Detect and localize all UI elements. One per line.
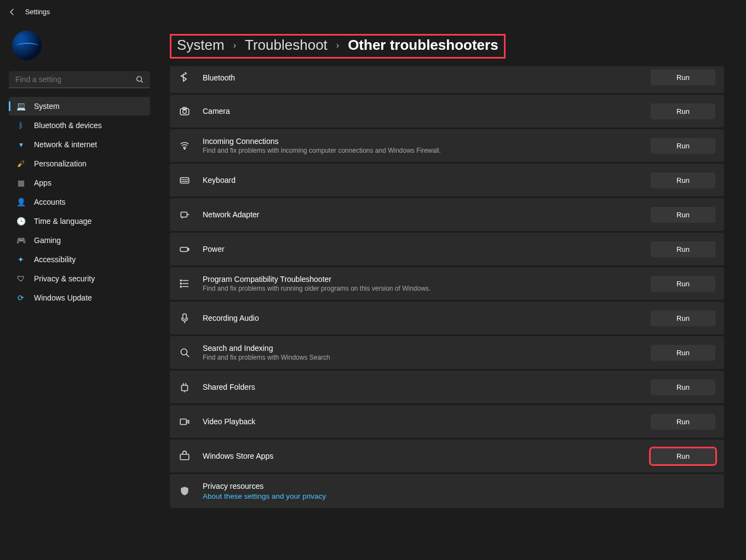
folder-icon — [179, 381, 191, 393]
signal-icon — [179, 140, 191, 152]
search-box[interactable] — [9, 71, 150, 88]
troubleshooter-search-and-indexing: Search and Indexing Find and fix problem… — [170, 336, 724, 369]
chevron-right-icon: › — [336, 41, 339, 50]
nav-icon: ⟳ — [16, 293, 25, 302]
troubleshooter-incoming-connections: Incoming Connections Find and fix proble… — [170, 129, 724, 162]
run-button[interactable]: Run — [651, 103, 715, 119]
sidebar-item-gaming[interactable]: 🎮Gaming — [9, 231, 150, 250]
breadcrumb-current: Other troubleshooters — [348, 37, 498, 54]
troubleshooter-bluetooth: Bluetooth Run — [170, 66, 724, 93]
troubleshooter-camera: Camera Run — [170, 95, 724, 128]
run-button[interactable]: Run — [651, 276, 715, 292]
nav-icon: 🎮 — [16, 236, 25, 245]
item-text: Keyboard — [203, 176, 639, 184]
run-button[interactable]: Run — [651, 172, 715, 188]
item-text: Network Adapter — [203, 210, 639, 219]
search-input[interactable] — [15, 75, 136, 84]
troubleshooter-list: Bluetooth Run Camera Run Incoming Connec… — [170, 66, 724, 508]
run-button[interactable]: Run — [651, 138, 715, 154]
item-title: Incoming Connections — [203, 137, 639, 146]
sidebar-item-bluetooth-devices[interactable]: ᛒBluetooth & devices — [9, 116, 150, 135]
app-title: Settings — [25, 8, 50, 16]
troubleshooter-recording-audio: Recording Audio Run — [170, 302, 724, 334]
troubleshooter-video-playback: Video Playback Run — [170, 405, 724, 438]
item-text: Search and Indexing Find and fix problem… — [203, 344, 639, 361]
nav-icon: 👤 — [16, 198, 25, 206]
nav-label: Network & internet — [34, 140, 97, 149]
camera-icon — [179, 105, 191, 117]
search-icon — [136, 76, 144, 83]
troubleshooter-power: Power Run — [170, 233, 724, 265]
nav-label: Accounts — [34, 198, 66, 206]
item-title: Search and Indexing — [203, 344, 639, 353]
item-title: Network Adapter — [203, 210, 639, 219]
svg-rect-14 — [181, 385, 187, 391]
nav-label: Apps — [34, 178, 51, 187]
sidebar: 💻SystemᛒBluetooth & devices▾Network & in… — [0, 24, 159, 560]
sidebar-item-apps[interactable]: ▦Apps — [9, 174, 150, 192]
svg-rect-6 — [181, 212, 187, 217]
svg-rect-12 — [183, 314, 187, 319]
nav-label: Privacy & security — [34, 274, 95, 283]
item-title: Program Compatibility Troubleshooter — [203, 275, 639, 284]
item-desc: Find and fix problems with incoming comp… — [203, 147, 639, 154]
item-desc: Find and fix problems with Windows Searc… — [203, 354, 639, 361]
sidebar-item-privacy-security[interactable]: 🛡Privacy & security — [9, 269, 150, 288]
run-button[interactable]: Run — [651, 448, 715, 464]
run-button[interactable]: Run — [651, 241, 715, 257]
svg-point-2 — [183, 110, 187, 114]
item-title: Camera — [203, 107, 639, 116]
nav-icon: ▾ — [16, 140, 25, 149]
breadcrumb-system[interactable]: System — [177, 37, 225, 54]
keyboard-icon — [179, 174, 191, 186]
sidebar-item-time-language[interactable]: 🕒Time & language — [9, 212, 150, 230]
item-text: Incoming Connections Find and fix proble… — [203, 137, 639, 154]
item-title: Privacy resources — [203, 482, 715, 490]
sidebar-item-system[interactable]: 💻System — [9, 97, 150, 116]
item-text: Privacy resources About these settings a… — [203, 482, 715, 500]
svg-point-10 — [180, 283, 181, 284]
back-button[interactable] — [7, 7, 18, 18]
nav-icon: 🛡 — [16, 274, 25, 283]
item-text: Camera — [203, 107, 639, 116]
sidebar-item-accounts[interactable]: 👤Accounts — [9, 193, 150, 211]
run-button[interactable]: Run — [651, 310, 715, 326]
troubleshooter-windows-store-apps: Windows Store Apps Run — [170, 440, 724, 472]
item-text: Power — [203, 245, 639, 253]
nav-icon: ▦ — [16, 178, 25, 187]
title-bar: Settings — [0, 0, 746, 24]
svg-point-4 — [184, 148, 185, 149]
run-button[interactable]: Run — [651, 345, 715, 361]
nav-label: Windows Update — [34, 293, 92, 302]
avatar[interactable] — [12, 31, 42, 60]
run-button[interactable]: Run — [651, 414, 715, 430]
svg-rect-15 — [180, 419, 186, 425]
run-button[interactable]: Run — [651, 70, 715, 85]
breadcrumb-troubleshoot[interactable]: Troubleshoot — [245, 37, 328, 54]
item-text: Windows Store Apps — [203, 452, 639, 460]
sidebar-item-windows-update[interactable]: ⟳Windows Update — [9, 288, 150, 307]
nav-icon: ᛒ — [16, 121, 25, 130]
bluetooth-icon — [179, 72, 191, 84]
svg-point-13 — [181, 349, 187, 355]
item-text: Bluetooth — [203, 73, 639, 82]
svg-point-11 — [180, 286, 181, 287]
sidebar-item-accessibility[interactable]: ✦Accessibility — [9, 250, 150, 269]
troubleshooter-program-compatibility-troubleshooter: Program Compatibility Troubleshooter Fin… — [170, 267, 724, 300]
item-text: Recording Audio — [203, 314, 639, 322]
shield-icon — [179, 485, 191, 497]
troubleshooter-shared-folders: Shared Folders Run — [170, 371, 724, 403]
item-title: Windows Store Apps — [203, 452, 639, 460]
svg-point-9 — [180, 280, 181, 281]
run-button[interactable]: Run — [651, 379, 715, 395]
privacy-link[interactable]: About these settings and your privacy — [203, 492, 715, 500]
sidebar-item-network-internet[interactable]: ▾Network & internet — [9, 135, 150, 154]
sidebar-item-personalization[interactable]: 🖌Personalization — [9, 154, 150, 173]
svg-rect-16 — [180, 454, 189, 460]
item-text: Shared Folders — [203, 383, 639, 391]
svg-rect-5 — [180, 178, 189, 183]
nav-label: Time & language — [34, 217, 91, 226]
nav-label: Personalization — [34, 159, 87, 168]
nav-icon: 💻 — [16, 102, 25, 111]
run-button[interactable]: Run — [651, 207, 715, 223]
